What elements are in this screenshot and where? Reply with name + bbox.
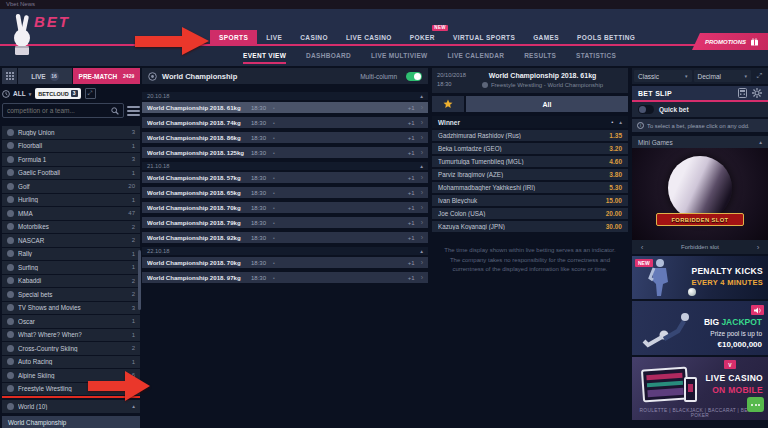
- odd-value[interactable]: 3.20: [609, 145, 622, 152]
- nav-item[interactable]: POOLS BETTING: [568, 30, 644, 46]
- odd-value[interactable]: 30.00: [606, 223, 622, 230]
- nav-item[interactable]: LIVE CASINO: [337, 30, 401, 46]
- sport-list-item[interactable]: Oscar 1: [2, 315, 140, 328]
- subnav-item[interactable]: RESULTS: [524, 46, 556, 66]
- sport-list-item[interactable]: Gaelic Football 1: [2, 167, 140, 180]
- odds-format-select[interactable]: Decimal ▾: [694, 70, 752, 82]
- news-ticker[interactable]: Vbet News: [0, 0, 768, 9]
- subnav-item[interactable]: DASHBOARD: [306, 46, 351, 66]
- vbet-logo-text[interactable]: BET: [34, 13, 70, 30]
- sport-list-item[interactable]: Motorbikes 2: [2, 221, 140, 234]
- sport-list-item[interactable]: Rally 1: [2, 248, 140, 261]
- penalty-kicks-banner[interactable]: NEW PENALTY KICKS EVERY 4 MINUTES: [632, 256, 768, 299]
- outcome-row[interactable]: Beka Lomtadze (GEO) 3.20: [432, 143, 628, 154]
- sport-list-item[interactable]: Floorball 1: [2, 140, 140, 153]
- nav-item[interactable]: POKER NEW: [401, 30, 444, 46]
- event-row[interactable]: World Championship 2018. 61kg 18:30 • +1…: [142, 102, 428, 113]
- event-row[interactable]: World Championship 2018. 125kg 18:30 • +…: [142, 147, 428, 158]
- subnav-item[interactable]: STATISTICS: [576, 46, 616, 66]
- carousel-next-button[interactable]: ›: [752, 243, 764, 252]
- promotions-button[interactable]: PROMOTIONS: [692, 33, 768, 50]
- odd-value[interactable]: 4.60: [609, 158, 622, 165]
- odd-value[interactable]: 15.00: [606, 197, 622, 204]
- event-row[interactable]: World Championship 2018. 92kg 18:30 • +1…: [142, 232, 428, 243]
- sport-list-item[interactable]: What? Where? When? 1: [2, 329, 140, 342]
- event-row[interactable]: World Championship 2018. 57kg 18:30 • +1…: [142, 172, 428, 183]
- live-chat-button[interactable]: [747, 397, 764, 412]
- event-row[interactable]: World Championship 2018. 97kg 18:30 • +1…: [142, 272, 428, 283]
- region-item-world[interactable]: World (10) ▴: [2, 400, 140, 413]
- nav-item[interactable]: VIRTUAL SPORTS: [444, 30, 524, 46]
- sports-grid-button[interactable]: [2, 68, 17, 84]
- sport-list-item[interactable]: TV Shows and Movies 3: [2, 302, 140, 315]
- market-header-winner[interactable]: Winner • ▴: [432, 116, 628, 128]
- sport-list-item[interactable]: Kabaddi 2: [2, 275, 140, 288]
- favorite-button[interactable]: [432, 96, 464, 112]
- search-icon[interactable]: [111, 107, 119, 115]
- sport-list-item[interactable]: Rugby Union 3: [2, 126, 140, 139]
- view-switch-button[interactable]: ⤢: [85, 88, 96, 99]
- calculator-icon[interactable]: [738, 88, 747, 98]
- subnav-item[interactable]: LIVE MULTIVIEW: [371, 46, 427, 66]
- gear-icon[interactable]: [752, 88, 762, 98]
- outcome-row[interactable]: Parviz Ibragimov (AZE) 3.80: [432, 169, 628, 180]
- big-jackpot-banner[interactable]: BIG JACKPOT Prize pool is up to €10,000,…: [632, 301, 768, 355]
- sidebar-scrollbar[interactable]: [138, 250, 141, 310]
- search-input[interactable]: [7, 107, 111, 114]
- pin-dot-icon[interactable]: •: [611, 119, 613, 125]
- event-row[interactable]: World Championship 2018. 74kg 18:30 • +1…: [142, 117, 428, 128]
- sport-list-item[interactable]: Special bets 2: [2, 288, 140, 301]
- sport-list-item[interactable]: Surfing 1: [2, 261, 140, 274]
- outcome-row[interactable]: Ivan Bleychuk 15.00: [432, 195, 628, 206]
- event-row[interactable]: World Championship 2018. 79kg 18:30 • +1…: [142, 217, 428, 228]
- view-type-select[interactable]: Classic ▾: [634, 70, 692, 82]
- event-row[interactable]: World Championship 2018. 70kg 18:30 • +1…: [142, 202, 428, 213]
- odd-value[interactable]: 1.35: [609, 132, 622, 139]
- date-group-header[interactable]: 22.10.18 ▴: [142, 247, 428, 255]
- sport-list-item[interactable]: MMA 47: [2, 207, 140, 220]
- carousel-prev-button[interactable]: ‹: [636, 243, 648, 252]
- odd-value[interactable]: 5.30: [609, 184, 622, 191]
- nav-item[interactable]: CASINO: [291, 30, 337, 46]
- tab-live[interactable]: LIVE 16: [18, 68, 72, 84]
- outcome-row[interactable]: Gadzhimurad Rashidov (Rus) 1.35: [432, 130, 628, 141]
- sport-list-item[interactable]: Formula 1 3: [2, 153, 140, 166]
- competitor-name: Beka Lomtadze (GEO): [438, 145, 609, 152]
- sport-list-item[interactable]: Golf 20: [2, 180, 140, 193]
- time-filter-dropdown[interactable]: ALL ▾: [2, 90, 31, 98]
- nav-item[interactable]: SPORTS: [210, 30, 257, 46]
- outcome-row[interactable]: Mohammadbagher Yakhkeshi (IRI) 5.30: [432, 182, 628, 193]
- subnav-item[interactable]: EVENT VIEW: [243, 46, 286, 66]
- betcloud-button[interactable]: BETCLOUD 3: [35, 88, 80, 99]
- nav-item[interactable]: LIVE: [257, 30, 291, 46]
- detach-betslip-button[interactable]: ⤢: [753, 72, 766, 80]
- carousel-label[interactable]: Forbidden slot: [648, 244, 752, 250]
- quick-bet-toggle[interactable]: [638, 105, 654, 114]
- competition-item-world-championship[interactable]: World Championship: [2, 416, 140, 428]
- mini-games-header[interactable]: Mini Games ▴: [632, 136, 768, 148]
- sport-list-item[interactable]: Hurling 1: [2, 194, 140, 207]
- odd-value[interactable]: 3.80: [609, 171, 622, 178]
- outcome-row[interactable]: Joe Colon (USA) 20.00: [432, 208, 628, 219]
- outcome-row[interactable]: Kazuya Koyanagi (JPN) 30.00: [432, 221, 628, 232]
- sidebar-menu-button[interactable]: [127, 103, 140, 118]
- chevron-up-icon[interactable]: ▴: [619, 119, 622, 125]
- forbidden-slot-banner[interactable]: FORBIDDEN SLOT: [632, 148, 768, 240]
- subnav-item[interactable]: LIVE CALENDAR: [448, 46, 505, 66]
- multicolumn-toggle[interactable]: [406, 72, 422, 81]
- sport-list-item[interactable]: Cross-Country Skiing 2: [2, 342, 140, 355]
- odd-value[interactable]: 20.00: [606, 210, 622, 217]
- date-group-header[interactable]: 20.10.18 ▴: [142, 92, 428, 100]
- event-row[interactable]: World Championship 2018. 86kg 18:30 • +1…: [142, 132, 428, 143]
- market-tab-all[interactable]: All: [466, 96, 628, 112]
- event-row[interactable]: World Championship 2018. 65kg 18:30 • +1…: [142, 187, 428, 198]
- sport-list-item[interactable]: Auto Racing 1: [2, 356, 140, 369]
- date-group-header[interactable]: 21.10.18 ▴: [142, 162, 428, 170]
- vbet-hand-logo-icon[interactable]: [12, 13, 34, 57]
- outcome-row[interactable]: Tumurtulga Tumenbileg (MGL) 4.60: [432, 156, 628, 167]
- tab-prematch[interactable]: PRE-MATCH 2429: [73, 68, 140, 84]
- sound-icon[interactable]: [751, 305, 764, 315]
- nav-item[interactable]: GAMES: [524, 30, 568, 46]
- sport-list-item[interactable]: NASCAR 2: [2, 234, 140, 247]
- event-row[interactable]: World Championship 2018. 70kg 18:30 • +1…: [142, 257, 428, 268]
